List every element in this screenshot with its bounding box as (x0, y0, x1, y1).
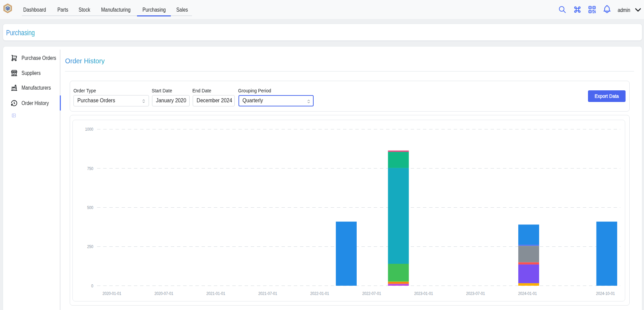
svg-text:0: 0 (91, 283, 93, 288)
svg-text:2021-01-01: 2021-01-01 (206, 291, 225, 296)
svg-text:750: 750 (87, 166, 93, 171)
svg-text:2024-10-01: 2024-10-01 (596, 291, 615, 296)
svg-text:2024-01-01: 2024-01-01 (518, 291, 537, 296)
svg-text:2020-07-01: 2020-07-01 (154, 291, 173, 296)
svg-text:500: 500 (87, 205, 93, 210)
svg-text:2021-07-01: 2021-07-01 (258, 291, 277, 296)
svg-text:2023-01-01: 2023-01-01 (414, 291, 433, 296)
svg-text:2022-01-01: 2022-01-01 (310, 291, 329, 296)
svg-text:2020-01-01: 2020-01-01 (102, 291, 121, 296)
svg-text:1000: 1000 (85, 127, 93, 131)
svg-text:2022-07-01: 2022-07-01 (362, 291, 381, 296)
svg-text:250: 250 (87, 244, 93, 249)
svg-text:2023-07-01: 2023-07-01 (466, 291, 485, 296)
